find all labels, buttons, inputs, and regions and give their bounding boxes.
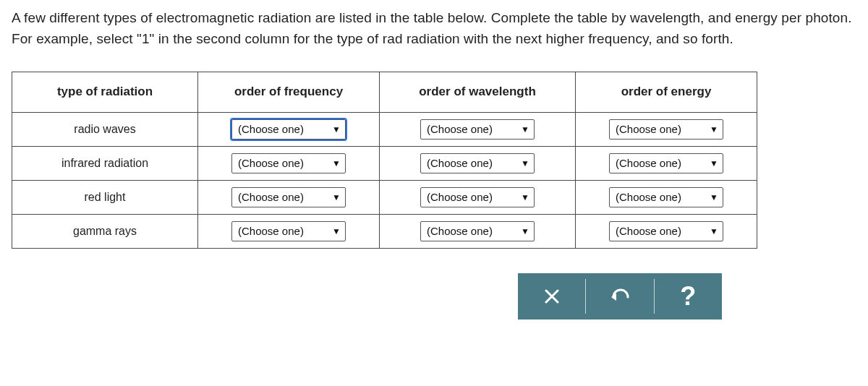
select-placeholder: (Choose one) (427, 157, 493, 169)
help-icon: ? (680, 281, 696, 312)
select-placeholder: (Choose one) (616, 157, 681, 169)
action-toolbar: ? (518, 273, 722, 319)
row-label-infrared: infrared radiation (12, 146, 198, 180)
select-placeholder: (Choose one) (427, 225, 493, 237)
select-wavelength-red-light[interactable]: (Choose one) ▼ (420, 187, 535, 207)
select-placeholder: (Choose one) (427, 123, 493, 135)
select-wavelength-infrared[interactable]: (Choose one) ▼ (420, 153, 535, 173)
select-placeholder: (Choose one) (427, 191, 493, 203)
row-label-gamma-rays: gamma rays (12, 214, 198, 248)
help-button[interactable]: ? (655, 273, 722, 319)
select-frequency-gamma-rays[interactable]: (Choose one) ▼ (231, 221, 346, 241)
select-wavelength-gamma-rays[interactable]: (Choose one) ▼ (420, 221, 535, 241)
select-frequency-radio-waves[interactable]: (Choose one) ▼ (231, 119, 346, 140)
undo-button[interactable] (586, 273, 653, 319)
chevron-down-icon: ▼ (332, 124, 341, 134)
select-energy-radio-waves[interactable]: (Choose one) ▼ (609, 119, 723, 140)
select-frequency-red-light[interactable]: (Choose one) ▼ (231, 187, 346, 207)
select-placeholder: (Choose one) (616, 123, 681, 135)
instructions-text: A few different types of electromagnetic… (12, 7, 868, 50)
close-icon (543, 288, 561, 305)
select-placeholder: (Choose one) (238, 225, 304, 237)
header-energy: order of energy (576, 72, 757, 112)
row-label-radio-waves: radio waves (12, 112, 198, 146)
select-energy-infrared[interactable]: (Choose one) ▼ (609, 153, 723, 173)
select-energy-gamma-rays[interactable]: (Choose one) ▼ (609, 221, 723, 241)
select-wavelength-radio-waves[interactable]: (Choose one) ▼ (420, 119, 535, 140)
table-row: red light (Choose one) ▼ (Choose one) ▼ (12, 180, 757, 214)
question-container: A few different types of electromagnetic… (0, 0, 868, 319)
table-row: infrared radiation (Choose one) ▼ (Choos… (12, 146, 757, 180)
chevron-down-icon: ▼ (521, 158, 529, 168)
radiation-table: type of radiation order of frequency ord… (12, 72, 757, 249)
select-placeholder: (Choose one) (238, 157, 304, 169)
chevron-down-icon: ▼ (710, 226, 718, 236)
select-placeholder: (Choose one) (616, 225, 681, 237)
table-row: gamma rays (Choose one) ▼ (Choose one) ▼ (12, 214, 757, 248)
select-energy-red-light[interactable]: (Choose one) ▼ (609, 187, 723, 207)
select-placeholder: (Choose one) (616, 191, 681, 203)
select-placeholder: (Choose one) (238, 123, 304, 135)
header-wavelength: order of wavelength (380, 72, 576, 112)
chevron-down-icon: ▼ (710, 124, 718, 134)
table-row: radio waves (Choose one) ▼ (Choose one) … (12, 112, 757, 146)
select-placeholder: (Choose one) (238, 191, 304, 203)
chevron-down-icon: ▼ (710, 158, 718, 168)
chevron-down-icon: ▼ (332, 226, 341, 236)
chevron-down-icon: ▼ (332, 158, 341, 168)
row-label-red-light: red light (12, 180, 198, 214)
select-frequency-infrared[interactable]: (Choose one) ▼ (231, 153, 346, 173)
header-frequency: order of frequency (198, 72, 380, 112)
chevron-down-icon: ▼ (521, 124, 529, 134)
chevron-down-icon: ▼ (710, 192, 718, 202)
header-type: type of radiation (12, 72, 198, 112)
chevron-down-icon: ▼ (521, 192, 529, 202)
close-button[interactable] (518, 273, 585, 319)
chevron-down-icon: ▼ (332, 192, 341, 202)
undo-icon (609, 288, 631, 304)
chevron-down-icon: ▼ (521, 226, 529, 236)
